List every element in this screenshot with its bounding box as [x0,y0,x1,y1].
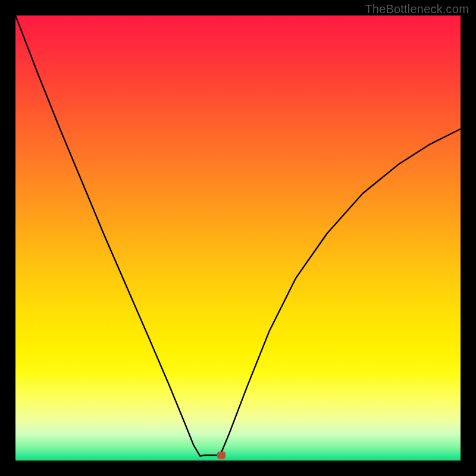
plot-area [15,15,461,461]
optimal-point-marker [217,452,226,459]
curve-path [15,15,461,456]
bottleneck-curve [15,15,461,461]
watermark-text: TheBottleneck.com [365,2,469,16]
